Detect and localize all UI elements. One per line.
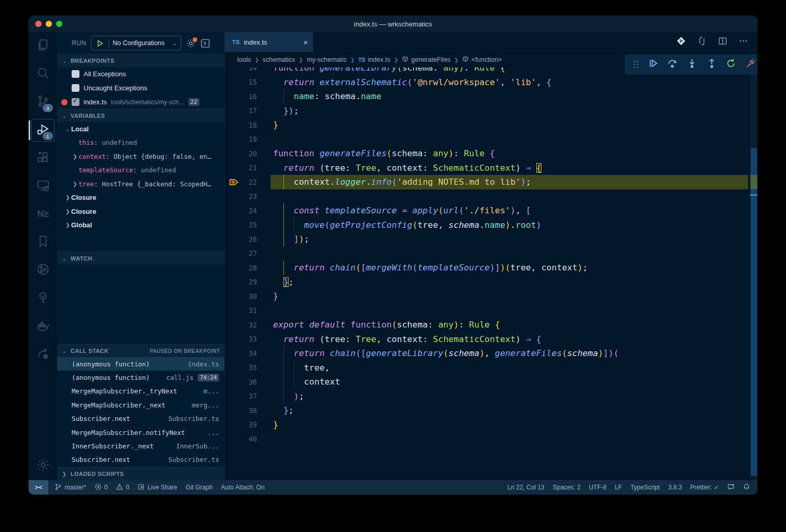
statusbar-notifications[interactable] xyxy=(739,480,754,495)
activitybar-item-settings[interactable] xyxy=(29,452,57,480)
code-line-38[interactable]: 38 }; xyxy=(225,403,757,418)
statusbar-prettier[interactable]: Prettier: ✓ xyxy=(686,480,723,495)
breadcrumb-item[interactable]: tools xyxy=(237,56,251,63)
code-line-40[interactable]: 40 xyxy=(225,432,757,446)
breakpoint-row[interactable]: All Exceptions xyxy=(57,67,224,81)
statusbar-remote-indicator[interactable]: >< xyxy=(29,480,48,495)
code-line-39[interactable]: 39} xyxy=(225,418,757,432)
variable-row[interactable]: ❯Global xyxy=(57,219,224,233)
breadcrumb-item[interactable]: schematics xyxy=(263,56,295,63)
callstack-row[interactable]: MergeMapSubscriber.notifyNext... xyxy=(57,426,224,439)
activitybar-item-search[interactable] xyxy=(29,60,57,88)
step-out-button[interactable] xyxy=(705,58,719,71)
code-line-19[interactable]: 19 xyxy=(225,132,757,147)
activitybar-item-nx-console[interactable]: N≥ xyxy=(29,200,57,228)
variable-row[interactable]: this: undefined xyxy=(57,136,224,150)
tab-index-ts[interactable]: TS index.ts × xyxy=(225,32,313,52)
variable-row[interactable]: ⌄Local xyxy=(57,122,224,136)
code-editor[interactable]: 14function generateLibrary(schema: any):… xyxy=(225,61,757,480)
disconnect-button[interactable] xyxy=(744,58,757,71)
debug-settings-button[interactable] xyxy=(186,38,196,48)
statusbar-auto-attach[interactable]: Auto Attach: On xyxy=(217,480,269,495)
breadcrumb-item[interactable]: generateFiles xyxy=(402,56,451,64)
split-editor-button[interactable] xyxy=(718,36,727,48)
breakpoint-checkbox[interactable] xyxy=(72,84,79,92)
code-line-15[interactable]: 15 return externalSchematic('@nrwl/works… xyxy=(225,75,757,90)
code-line-33[interactable]: 33 return (tree: Tree, context: Schemati… xyxy=(225,332,757,347)
code-line-24[interactable]: 24 const templateSource = apply(url('./f… xyxy=(225,203,757,218)
statusbar-warnings[interactable]: 0 xyxy=(112,480,133,495)
start-debug-icon[interactable] xyxy=(95,38,105,48)
variable-row[interactable]: templateSource: undefined xyxy=(57,163,224,178)
open-changes-button[interactable] xyxy=(676,36,686,48)
code-line-25[interactable]: 25 move(getProjectConfig(tree, schema.na… xyxy=(225,218,757,233)
activitybar-item-deploy[interactable] xyxy=(29,340,57,369)
more-actions-button[interactable] xyxy=(739,36,748,48)
breakpoint-checkbox[interactable] xyxy=(72,98,79,106)
step-into-button[interactable] xyxy=(685,58,699,71)
statusbar-git-graph[interactable]: Git Graph xyxy=(182,480,217,495)
statusbar-cursor-position[interactable]: Ln 22, Col 13 xyxy=(503,480,548,495)
code-line-23[interactable]: 23 xyxy=(225,189,757,204)
code-line-35[interactable]: 35 tree, xyxy=(225,361,757,375)
statusbar-ts-version[interactable]: 3.8.3 xyxy=(664,480,686,495)
code-line-31[interactable]: 31 xyxy=(225,304,757,318)
callstack-row[interactable]: Subscriber.nextSubscriber.ts xyxy=(57,412,224,426)
statusbar-eol[interactable]: LF xyxy=(611,480,626,495)
variable-row[interactable]: ❯tree: HostTree {_backend: ScopedH… xyxy=(57,177,224,191)
breakpoint-row[interactable]: index.tstools/schematics/my-sch...22 xyxy=(57,95,224,109)
code-line-20[interactable]: 20function generateFiles(schema: any): R… xyxy=(225,146,757,161)
debug-config-dropdown[interactable]: No Configurations ⌄ xyxy=(91,36,181,50)
code-line-17[interactable]: 17 }); xyxy=(225,104,757,118)
debug-console-button[interactable] xyxy=(200,38,210,48)
breakpoint-row[interactable]: Uncaught Exceptions xyxy=(57,81,224,95)
code-line-26[interactable]: 26 ]); xyxy=(225,232,757,247)
breadcrumb-item[interactable]: my-schematic xyxy=(307,56,347,63)
variables-section-header[interactable]: ⌄VARIABLES xyxy=(57,109,224,122)
callstack-row[interactable]: MergeMapSubscriber._tryNextm... xyxy=(57,385,224,398)
callstack-section-header[interactable]: ⌄CALL STACKPAUSED ON BREAKPOINT xyxy=(57,344,224,357)
editor-scrollbar[interactable] xyxy=(750,67,757,480)
activitybar-item-extensions[interactable] xyxy=(29,144,57,172)
continue-button[interactable] xyxy=(646,58,660,71)
code-line-21[interactable]: 21 return (tree: Tree, context: Schemati… xyxy=(225,161,757,175)
variable-row[interactable]: ❯Closure xyxy=(57,191,224,205)
activitybar-item-docker[interactable] xyxy=(29,312,57,340)
toolbar-drag-handle[interactable] xyxy=(630,58,643,71)
code-line-30[interactable]: 30} xyxy=(225,289,757,304)
activitybar-item-remote-explorer[interactable] xyxy=(29,172,57,200)
statusbar-git-branch[interactable]: master* xyxy=(50,480,90,495)
variable-row[interactable]: ❯Closure xyxy=(57,204,224,219)
activitybar-item-bookmarks[interactable] xyxy=(29,228,57,256)
breadcrumb-item[interactable]: <function> xyxy=(462,56,502,64)
breakpoint-checkbox[interactable] xyxy=(72,70,79,78)
callstack-row[interactable]: Subscriber.nextSubscriber.ts xyxy=(57,453,224,467)
breakpoints-section-header[interactable]: ⌄BREAKPOINTS xyxy=(57,54,224,67)
scrollbar-slider[interactable] xyxy=(751,148,757,476)
code-line-22[interactable]: 22 context.logger.info('adding NOTES.md … xyxy=(225,175,757,189)
code-line-36[interactable]: 36 context xyxy=(225,375,757,389)
code-line-27[interactable]: 27 xyxy=(225,247,757,261)
activitybar-item-run-and-debug[interactable]: 1 xyxy=(29,116,57,144)
code-line-32[interactable]: 32export default function(schema: any): … xyxy=(225,318,757,332)
activitybar-item-git-history[interactable] xyxy=(29,256,57,284)
code-line-18[interactable]: 18} xyxy=(225,118,757,132)
code-line-29[interactable]: 29 }; xyxy=(225,275,757,290)
callstack-row[interactable]: InnerSubscriber._nextInnerSub... xyxy=(57,439,224,453)
activitybar-item-test-explorer[interactable] xyxy=(29,284,57,312)
breadcrumb-item[interactable]: TSindex.ts xyxy=(358,56,390,63)
compare-changes-button[interactable] xyxy=(697,36,707,48)
statusbar-live-share[interactable]: Live Share xyxy=(133,480,181,495)
statusbar-language-mode[interactable]: TypeScript xyxy=(626,480,664,495)
statusbar-encoding[interactable]: UTF-8 xyxy=(585,480,611,495)
loaded-scripts-section-header[interactable]: ❯LOADED SCRIPTS xyxy=(57,467,224,480)
watch-section-header[interactable]: ⌄WATCH xyxy=(57,252,224,265)
code-line-34[interactable]: 34 return chain([generateLibrary(schema)… xyxy=(225,346,757,361)
step-over-button[interactable] xyxy=(666,58,679,71)
statusbar-problems[interactable]: 0 xyxy=(90,480,112,495)
variable-row[interactable]: ❯context: Object {debug: false, en… xyxy=(57,149,224,163)
close-tab-icon[interactable]: × xyxy=(303,38,308,47)
callstack-row[interactable]: (anonymous function)index.ts xyxy=(57,357,224,371)
activitybar-item-explorer[interactable] xyxy=(29,32,57,60)
callstack-row[interactable]: (anonymous function)call.js74:24 xyxy=(57,371,224,384)
